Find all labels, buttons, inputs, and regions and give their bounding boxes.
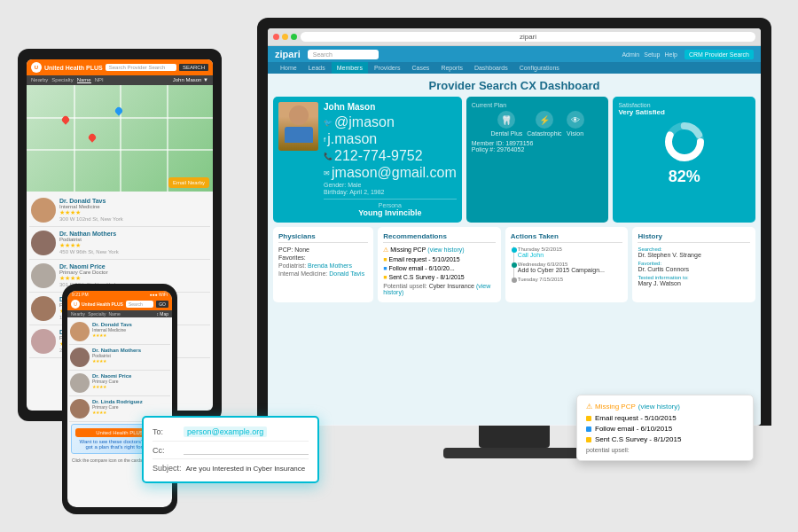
tablet-sub-nearby[interactable]: Nearby — [31, 77, 48, 83]
top-row: John Mason 🐦 @jmason f j.mason 📞 — [273, 97, 755, 223]
popup-item-1: Email request - 5/10/2015 — [586, 414, 744, 422]
action-2: Wednesday 6/3/2015 Add to Cyber 2015 Cam… — [518, 262, 623, 273]
popup-title: ⚠ Missing PCP (view history) — [586, 403, 744, 411]
tablet-search[interactable]: Search Provider Search — [106, 64, 176, 71]
phone-sub-specialty[interactable]: Specialty — [88, 311, 106, 317]
doc-item-1: Dr. Donald Tavs Internal Medicine ★★★★ 3… — [29, 194, 210, 227]
tablet-navbar: U United Health PLUS Search Provider Sea… — [27, 59, 213, 75]
doc-stars-3: ★★★★ — [59, 275, 208, 282]
plan-card: Current Plan 🦷 Dental Plus ⚡ Catastrophi… — [466, 97, 609, 223]
phone-logo: United Health PLUS — [82, 301, 123, 307]
phone-doc-stars-3: ★★★★ — [92, 384, 169, 389]
physicians-card: Physicians PCP: None Favorites: Podiatri… — [273, 227, 373, 302]
provider-search-btn[interactable]: CRM Provider Search — [685, 50, 754, 59]
monitor-screen: zipari zipari Search Admin Setup Help CR… — [268, 28, 761, 426]
member-card: John Mason 🐦 @jmason f j.mason 📞 — [273, 97, 462, 223]
user-label: John Mason ▼ — [173, 77, 208, 83]
sat-label: Very Satisfied — [618, 108, 750, 116]
page-title: Provider Search CX Dashboard — [273, 79, 755, 92]
tablet-search-btn[interactable]: SEARCH — [179, 64, 208, 71]
bullet-gold-1 — [586, 416, 591, 421]
phone-signal: ●●● WiFi — [150, 292, 168, 297]
bullet-gold-2 — [586, 437, 591, 442]
nav-help[interactable]: Help — [665, 51, 677, 58]
actions-card: Actions Taken Thursday 5/2/2015 Call Joh… — [505, 227, 629, 302]
nav-configurations[interactable]: Configurations — [514, 62, 565, 74]
phone-time: 9:21 PM — [72, 292, 89, 297]
nav-search[interactable]: Search — [308, 50, 379, 59]
nav-leads[interactable]: Leads — [303, 62, 331, 74]
podiatrist-link[interactable]: Brenda Mothers — [308, 262, 352, 269]
bottom-row: Physicians PCP: None Favorites: Podiatri… — [273, 227, 755, 302]
view-history-link[interactable]: (view history) — [427, 246, 464, 253]
phone-statusbar: 9:21 PM ●●● WiFi — [67, 291, 172, 298]
doc-info-1: Dr. Donald Tavs Internal Medicine ★★★★ 3… — [59, 198, 208, 222]
hist-favorited: Favorited: Dr. Curtis Connors — [638, 261, 750, 272]
nav-home[interactable]: Home — [275, 62, 302, 74]
doc-info-2: Dr. Nathan Mothers Podiatrist ★★★★ 450 W… — [59, 231, 208, 254]
member-birthday: Birthday: April 2, 1982 — [324, 189, 457, 195]
tablet-sub-specialty[interactable]: Specialty — [51, 77, 73, 83]
phone-doc-info-2: Dr. Nathan Mothers Podiatrist ★★★★ — [92, 348, 169, 367]
tablet-sub-npi[interactable]: NPI — [95, 77, 104, 83]
action-3: Tuesday 7/15/2015 — [518, 277, 623, 282]
url-bar[interactable]: zipari — [301, 32, 755, 42]
popup-view-history[interactable]: (view history) — [638, 403, 680, 411]
phone-navbar: U United Health PLUS Search GO — [67, 298, 172, 310]
phone-search-btn[interactable]: GO — [156, 301, 168, 308]
phone-sub-name[interactable]: Name — [108, 311, 120, 317]
phone-doc-info-3: Dr. Naomi Price Primary Care ★★★★ — [92, 373, 169, 393]
internal-link[interactable]: Donald Tavis — [329, 270, 364, 277]
persona-name: Young Invincible — [324, 208, 457, 217]
phone-avatar-4 — [70, 399, 90, 419]
phone-sub-nearby[interactable]: Nearby — [71, 311, 85, 317]
phone-search[interactable]: Search — [126, 301, 153, 308]
email-to-value[interactable]: person@example.org — [184, 426, 267, 437]
nav-setup[interactable]: Setup — [644, 51, 660, 58]
history-card: History Searched: Dr. Stephen V. Strange… — [632, 227, 755, 302]
email-compose-popup: To: person@example.org Cc: Subject: Are … — [142, 416, 319, 483]
nav-admin[interactable]: Admin — [622, 51, 639, 58]
doc-stars-1: ★★★★ — [59, 209, 208, 216]
nav-members[interactable]: Members — [332, 62, 368, 74]
doc-avatar-1 — [31, 198, 56, 223]
doc-avatar-4 — [31, 296, 56, 321]
action-1: Thursday 5/2/2015 Call John — [518, 246, 623, 258]
phone-user: ↕ Map — [156, 311, 168, 317]
phone-logo-circle: U — [71, 300, 80, 309]
nav-dashboards[interactable]: Dashboards — [469, 62, 513, 74]
email-to-label: To: — [153, 427, 179, 436]
app-navbar: zipari Search Admin Setup Help CRM Provi… — [268, 46, 761, 62]
close-dot[interactable] — [273, 34, 279, 40]
hist-texted: Texted information to: Mary J. Watson — [638, 275, 750, 286]
rec-missing-pcp: ⚠ Missing PCP (view history) — [383, 246, 496, 254]
maximize-dot[interactable] — [291, 34, 297, 40]
tablet-sub-name[interactable]: Name — [77, 77, 91, 83]
nav-providers[interactable]: Providers — [369, 62, 406, 74]
tablet-brand: United Health PLUS — [44, 65, 103, 71]
hist-searched: Searched: Dr. Stephen V. Strange — [638, 246, 750, 258]
rec-email-request: ■ Email request - 5/10/2015 — [383, 256, 496, 262]
browser-chrome: zipari — [268, 28, 761, 46]
doc-name-2[interactable]: Dr. Nathan Mothers — [59, 231, 208, 237]
popup-upsell: potential upsell: — [586, 447, 744, 453]
donut-chart — [618, 120, 750, 164]
plan-policy: Policy #: 29764052 — [472, 146, 604, 153]
email-subject-text: Are you Interested in Cyber Insurance — [186, 465, 306, 473]
sub-navbar: Home Leads Members Providers Cases Repor… — [268, 62, 761, 74]
popup-item-2: Follow email - 6/10/2015 — [586, 425, 744, 433]
rec-follow-email: ■ Follow email - 6/10/20... — [383, 265, 496, 271]
email-subject-row: Subject: Are you Interested in Cyber Ins… — [153, 464, 309, 473]
physicians-title: Physicians — [278, 232, 368, 243]
minimize-dot[interactable] — [282, 34, 288, 40]
doc-avatar-5 — [31, 329, 56, 354]
doc-name-3[interactable]: Dr. Naomi Price — [59, 263, 208, 270]
email-cc-input[interactable] — [184, 446, 309, 455]
doc-name-1[interactable]: Dr. Donald Tavs — [59, 198, 208, 204]
nav-cases[interactable]: Cases — [407, 62, 435, 74]
phone-doc-info-1: Dr. Donald Tavs Internal Medicine ★★★★ — [92, 322, 169, 341]
phone-avatar-3 — [70, 373, 90, 393]
nav-reports[interactable]: Reports — [435, 62, 468, 74]
email-nearby-btn[interactable]: Email Nearby — [168, 177, 209, 188]
member-avatar — [278, 102, 318, 151]
